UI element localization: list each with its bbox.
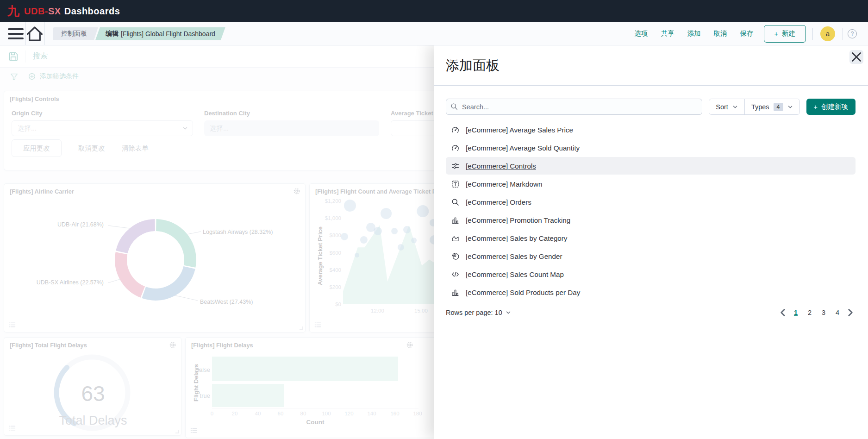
prev-page-button[interactable]: [778, 307, 788, 319]
page-3-button[interactable]: 3: [818, 307, 830, 319]
list-item-sales-by-gender[interactable]: [eCommerce] Sales by Gender: [446, 247, 856, 265]
avatar[interactable]: a: [820, 26, 835, 41]
breadcrumb-current[interactable]: 编辑[Flights] Global Flight Dashboard: [95, 27, 225, 40]
types-count-badge: 4: [774, 103, 783, 111]
gauge-icon: [451, 126, 459, 134]
nav-bar: 控制面板 编辑[Flights] Global Flight Dashboard…: [0, 22, 868, 45]
create-new-button[interactable]: + 创建新项: [806, 99, 856, 115]
markdown-icon: [451, 180, 459, 188]
chevron-right-icon: [845, 307, 856, 318]
page-4-button[interactable]: 4: [831, 307, 843, 319]
plus-icon: +: [774, 30, 778, 38]
cancel-button[interactable]: 取消: [707, 29, 734, 38]
search-box: [446, 99, 702, 115]
menu-button[interactable]: [6, 22, 25, 45]
new-dashboard-button[interactable]: + 新建: [764, 25, 806, 43]
home-button[interactable]: [25, 22, 44, 45]
chevron-down-icon: [787, 104, 793, 110]
gauge-icon: [451, 144, 459, 152]
nav-actions: 选项 共享 添加 取消 保存 + 新建 a ?: [628, 22, 862, 45]
list-item-promotion-tracking[interactable]: [eCommerce] Promotion Tracking: [446, 211, 856, 229]
help-icon[interactable]: ?: [848, 29, 857, 38]
chevron-down-icon: [732, 104, 738, 110]
save-button[interactable]: 保存: [734, 29, 760, 38]
list-item-sales-count-map[interactable]: [eCommerce] Sales Count Map: [446, 265, 856, 283]
area-chart-icon: [451, 234, 459, 242]
list-item-average-sold-quantity[interactable]: [eCommerce] Average Sold Quantity: [446, 139, 856, 157]
sort-types-group: Sort Types 4: [709, 99, 799, 115]
brand-name: UDB-SX: [24, 6, 61, 17]
chevron-left-icon: [778, 307, 788, 318]
breadcrumb-edit-prefix: 编辑: [106, 30, 119, 38]
breadcrumb-dashboards[interactable]: 控制面板: [53, 27, 98, 40]
app-logo-icon[interactable]: 九: [7, 5, 19, 17]
nav-left: 控制面板 编辑[Flights] Global Flight Dashboard: [6, 22, 225, 45]
list-item-orders[interactable]: [eCommerce] Orders: [446, 193, 856, 211]
list-item-controls[interactable]: [eCommerce] Controls: [446, 157, 856, 175]
divider: [44, 22, 44, 45]
list-item-sold-products-per-day[interactable]: [eCommerce] Sold Products per Day: [446, 283, 856, 301]
search-icon: [451, 198, 459, 206]
panel-list: [eCommerce] Average Sales Price [eCommer…: [446, 121, 856, 301]
list-item-average-sales-price[interactable]: [eCommerce] Average Sales Price: [446, 121, 856, 138]
panel-search-input[interactable]: [446, 99, 702, 115]
bar-chart-icon: [451, 288, 459, 296]
page-buttons: 1 2 3 4: [778, 307, 856, 319]
app-title: UDB-SX Dashboards: [24, 6, 120, 17]
page-1-button[interactable]: 1: [790, 307, 802, 319]
breadcrumb-dashboard-name: [Flights] Global Flight Dashboard: [121, 30, 215, 38]
controls-icon: [451, 162, 459, 170]
main-content: 搜索 添加筛选条件 [Flights] Controls Origin City…: [0, 45, 868, 439]
add-panel-flyout: 添加面板 Sort Types 4 + 创建新: [434, 45, 868, 439]
plus-icon: +: [814, 103, 818, 111]
types-button[interactable]: Types 4: [745, 99, 799, 114]
divider: [843, 28, 843, 40]
sort-button[interactable]: Sort: [709, 99, 744, 114]
add-button[interactable]: 添加: [681, 29, 707, 38]
find-row: Sort Types 4 + 创建新项: [446, 99, 856, 115]
flyout-title: 添加面板: [446, 56, 856, 85]
search-icon: [450, 103, 458, 110]
list-item-sales-by-category[interactable]: [eCommerce] Sales by Category: [446, 229, 856, 247]
code-icon: [451, 270, 459, 278]
pie-chart-icon: [451, 252, 459, 260]
bar-chart-icon: [451, 216, 459, 224]
divider: [434, 85, 868, 86]
app-header: 九 UDB-SX Dashboards: [0, 0, 868, 22]
pagination: Rows per page: 10 1 2 3 4: [446, 307, 856, 319]
close-icon: [849, 50, 863, 64]
chevron-down-icon: [506, 310, 511, 315]
next-page-button[interactable]: [845, 307, 856, 319]
divider: [812, 28, 813, 40]
close-button[interactable]: [849, 50, 863, 64]
rows-per-page-button[interactable]: Rows per page: 10: [446, 309, 511, 316]
page-2-button[interactable]: 2: [804, 307, 816, 319]
home-icon: [25, 25, 44, 43]
list-item-markdown[interactable]: [eCommerce] Markdown: [446, 175, 856, 193]
menu-icon: [6, 25, 25, 43]
brand-suffix: Dashboards: [64, 6, 120, 17]
options-button[interactable]: 选项: [628, 29, 655, 38]
share-button[interactable]: 共享: [655, 29, 681, 38]
breadcrumb: 控制面板 编辑[Flights] Global Flight Dashboard: [53, 27, 225, 40]
